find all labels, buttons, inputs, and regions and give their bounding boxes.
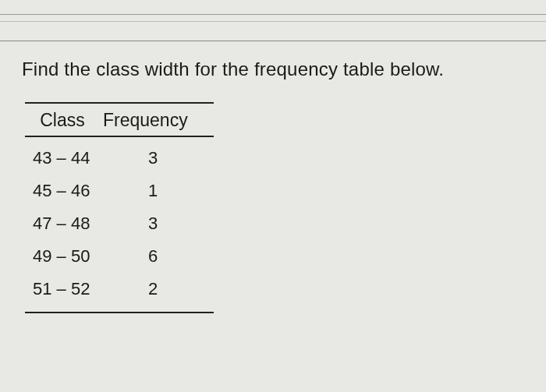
table-row: 43 – 44 3 — [25, 142, 214, 175]
cell-frequency: 2 — [108, 279, 214, 299]
cell-class: 47 – 48 — [25, 214, 108, 234]
table-row: 49 – 50 6 — [25, 240, 214, 273]
cell-frequency: 1 — [108, 181, 214, 201]
table-header-row: Class Frequency — [25, 104, 214, 137]
cell-frequency: 3 — [108, 214, 214, 234]
frequency-table: Class Frequency 43 – 44 3 45 – 46 1 47 –… — [25, 102, 214, 313]
cell-class: 45 – 46 — [25, 181, 108, 201]
header-class: Class — [25, 110, 100, 131]
page-container: Find the class width for the frequency t… — [0, 14, 546, 313]
thin-rule — [0, 21, 546, 22]
cell-class: 43 – 44 — [25, 148, 108, 168]
question-section: Find the class width for the frequency t… — [0, 41, 546, 313]
question-text: Find the class width for the frequency t… — [22, 58, 524, 80]
cell-class: 51 – 52 — [25, 279, 108, 299]
cell-frequency: 3 — [108, 148, 214, 168]
table-row: 47 – 48 3 — [25, 207, 214, 240]
table-row: 51 – 52 2 — [25, 273, 214, 305]
top-rule — [0, 14, 546, 15]
cell-frequency: 6 — [108, 246, 214, 267]
table-row: 45 – 46 1 — [25, 175, 214, 207]
cell-class: 49 – 50 — [25, 246, 108, 267]
header-frequency: Frequency — [100, 110, 214, 131]
table-body: 43 – 44 3 45 – 46 1 47 – 48 3 49 – 50 6 … — [25, 137, 214, 312]
